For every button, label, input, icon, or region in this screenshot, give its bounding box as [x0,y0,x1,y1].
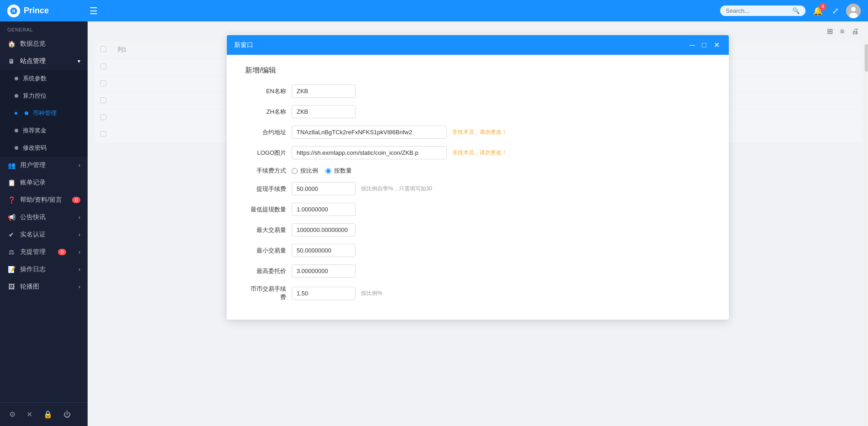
modal-maximize-button[interactable]: □ [700,40,708,50]
notification-badge: 4 [819,3,826,11]
sidebar-item-account-records[interactable]: 📋 账单记录 [0,174,88,191]
chevron-right-icon: › [78,231,80,238]
sidebar-item-user-management[interactable]: 👥 用户管理 › [0,157,88,174]
sidebar-item-label: 操作日志 [20,265,46,273]
search-input[interactable] [726,7,790,14]
fee-quantity-label: 按数量 [334,167,352,175]
fee-ratio-radio[interactable] [292,168,298,174]
min-trade-input[interactable] [292,244,356,257]
sidebar-item-label: 算力控位 [23,92,47,100]
chevron-right-icon: › [78,249,80,255]
bell-icon: 📢 [7,213,16,221]
sidebar-item-label: 账单记录 [20,179,46,187]
header-left: Prince ☰ [7,4,99,18]
coin-trade-fee-label: 币币交易手续费 [245,285,286,301]
sidebar-footer: ⚙ ✕ 🔒 ⏻ [0,402,88,426]
users-icon: 👥 [7,161,16,169]
form-row-fee-method: 手续费方式 按比例 按数量 [245,167,711,175]
sidebar-item-label: 公告快讯 [20,213,46,221]
en-name-input[interactable] [292,84,356,98]
sidebar-item-label: 轮播图 [20,283,39,291]
file-icon: 📋 [7,179,16,187]
form-row-zh-name: ZH名称 [245,105,711,118]
form-row-min-withdraw: 最低提现数量 [245,203,711,216]
monitor-icon: 🖥 [7,57,16,65]
logo-area: Prince [7,5,80,17]
power-footer-button[interactable]: ⏻ [62,408,73,421]
dot-icon [25,111,28,115]
search-box: 🔍 [720,5,805,16]
sidebar-item-currency[interactable]: 币种管理 [0,105,88,122]
fee-quantity-radio[interactable] [325,168,331,174]
form-row-max-trade: 最大交易量 [245,223,711,237]
search-icon-button[interactable]: 🔍 [792,7,800,14]
settings-footer-button[interactable]: ⚙ [7,408,17,421]
sidebar-item-label: 实名认证 [20,231,46,239]
resize-button[interactable]: ⤢ [830,4,841,18]
zh-name-label: ZH名称 [245,108,286,116]
withdraw-fee-input[interactable] [292,182,356,195]
sidebar-item-real-name[interactable]: ✔ 实名认证 › [0,226,88,243]
form-row-en-name: EN名称 [245,84,711,98]
chevron-down-icon: ▾ [78,58,80,64]
lock-footer-button[interactable]: 🔒 [42,408,54,421]
contract-address-input[interactable] [292,126,447,139]
coin-trade-fee-input[interactable] [292,287,356,300]
avatar[interactable] [846,4,861,18]
main-layout: GENERAL 🏠 数据总览 🖥 站点管理 ▾ 系统参数 算力控位 币种管理 [0,21,868,426]
fee-method-radio-group: 按比例 按数量 [292,167,352,175]
form-row-coin-trade-fee: 币币交易手续费 按比例% [245,285,711,301]
sidebar-item-label: 充提管理 [20,248,46,256]
modal-minimize-button[interactable]: ─ [688,40,696,50]
fee-method-quantity[interactable]: 按数量 [325,167,352,175]
chevron-right-icon: › [78,214,80,221]
header-right: 🔍 🔔 4 ⤢ [720,4,861,18]
modal-controls: ─ □ ✕ [688,40,722,50]
wallet-icon: ⚖ [7,248,16,256]
sidebar-sub-menu: 系统参数 算力控位 币种管理 推荐奖金 修改密码 [0,70,88,157]
form-row-logo: LOGO图片 非技术员，请勿更改！ [245,146,711,159]
sidebar-item-site-management[interactable]: 🖥 站点管理 ▾ [0,53,88,70]
help-badge: 0 [72,197,80,203]
logo-label: LOGO图片 [245,149,286,157]
logo-input[interactable] [292,146,447,159]
sidebar-item-announcements[interactable]: 📢 公告快讯 › [0,209,88,226]
min-withdraw-label: 最低提现数量 [245,205,286,214]
form-row-withdraw-fee: 提现手续费 按比例自带%，只需填写如30 [245,182,711,195]
image-icon: 🖼 [7,283,16,291]
sidebar-item-label: 系统参数 [23,74,47,83]
withdraw-fee-hint: 按比例自带%，只需填写如30 [361,185,432,193]
sidebar-item-dashboard[interactable]: 🏠 数据总览 [0,35,88,53]
sidebar-item-label: 币种管理 [33,109,57,117]
max-commission-input[interactable] [292,264,356,278]
sidebar-item-system-params[interactable]: 系统参数 [0,70,88,87]
hamburger-button[interactable]: ☰ [88,4,99,18]
close-footer-button[interactable]: ✕ [25,408,34,421]
max-trade-input[interactable] [292,223,356,237]
modal-title: 新窗口 [234,41,253,49]
max-commission-label: 最高委托价 [245,267,286,275]
modal-section-title: 新增/编辑 [245,66,711,75]
contract-address-hint: 非技术员，请勿更改！ [452,128,507,136]
sidebar-item-hashrate[interactable]: 算力控位 [0,87,88,105]
sidebar-item-label: 推荐奖金 [23,126,47,135]
sidebar-item-referral[interactable]: 推荐奖金 [0,122,88,139]
min-trade-label: 最小交易量 [245,247,286,255]
sidebar-item-operation-log[interactable]: 📝 操作日志 › [0,261,88,278]
sidebar-item-recharge[interactable]: ⚖ 充提管理 0 › [0,243,88,261]
min-withdraw-input[interactable] [292,203,356,216]
max-trade-label: 最大交易量 [245,226,286,234]
zh-name-input[interactable] [292,105,356,118]
modal-close-button[interactable]: ✕ [712,40,722,50]
home-icon: 🏠 [7,40,16,48]
chevron-right-icon: › [78,284,80,290]
sidebar-item-help[interactable]: ❓ 帮助/资料/留言 0 [0,191,88,209]
coin-trade-fee-hint: 按比例% [361,289,382,297]
form-row-contract-address: 合约地址 非技术员，请勿更改！ [245,126,711,139]
sidebar-section-title: GENERAL [0,21,88,35]
sidebar-item-banner[interactable]: 🖼 轮播图 › [0,278,88,295]
notification-button[interactable]: 🔔 4 [811,4,825,18]
fee-method-ratio[interactable]: 按比例 [292,167,318,175]
chevron-right-icon: › [78,266,80,273]
sidebar-item-change-pwd[interactable]: 修改密码 [0,139,88,157]
